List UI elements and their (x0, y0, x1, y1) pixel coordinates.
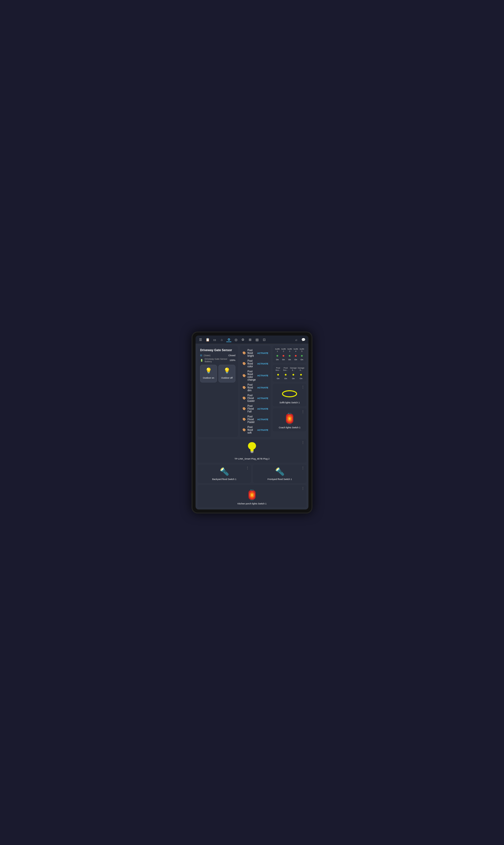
soffit-lights-switch-card[interactable]: ⋮ Soffit lights Switch 1 (273, 384, 306, 406)
scene-row-4: 🎨 Pool Flood Easter ACTIVATE (242, 393, 268, 403)
palette-icon-7: 🎨 (242, 428, 246, 432)
scene-name-3: Pool flood dim (248, 383, 256, 392)
activate-btn-2[interactable]: ACTIVATE (257, 374, 268, 377)
pool-item-label-2: Pool floo... (283, 367, 289, 371)
activate-btn-4[interactable]: ACTIVATE (257, 397, 268, 399)
battery-icon: 🔋 (200, 359, 203, 362)
soffit-status-card: Soffit 1 ● On Soffit 2 ● On Soffit 3 (273, 346, 306, 363)
palette-icon-5: 🎨 (242, 407, 246, 410)
soffit-label-1: Soffit 1 (275, 348, 280, 353)
soffit-ring-svg (282, 390, 297, 398)
palette-icon-2: 🎨 (242, 374, 246, 377)
coach-three-dot[interactable]: ⋮ (301, 410, 304, 413)
nav-icon-expand[interactable]: ⊡ (262, 337, 267, 342)
nav-icon-layers[interactable]: ▤ (254, 337, 259, 342)
outdoor-on-icon: 💡 (201, 367, 216, 374)
pool-status-4: On (298, 377, 304, 380)
scene-name-0: Pool flood bright (248, 349, 256, 357)
soffit-item-5: Soffit 5 ● On (299, 348, 304, 361)
soffit-item-4: Soffit 4 ● On (293, 348, 298, 361)
backyard-label: Backyard flood Switch 1 (200, 478, 249, 481)
activate-btn-0[interactable]: ACTIVATE (257, 352, 268, 355)
kitchen-three-dot[interactable]: ⋮ (301, 487, 304, 490)
scene-name-7: Pool flood soft (248, 426, 256, 434)
soffit-status-4: On (293, 358, 298, 361)
activate-btn-6[interactable]: ACTIVATE (257, 418, 268, 421)
nav-icon-grid[interactable]: ⊞ (248, 337, 252, 342)
nav-icon-menu[interactable]: ☰ (198, 337, 203, 342)
nav-icon-calendar[interactable]: 📋 (205, 337, 210, 342)
outdoor-off-icon: 💡 (220, 367, 234, 374)
nav-icon-search[interactable]: ⌕ (294, 337, 299, 342)
battery-label: Driveway Gate Sensor Battery (205, 358, 228, 363)
pool-item-label-3: Garage fl... (290, 367, 297, 371)
activate-btn-7[interactable]: ACTIVATE (257, 429, 268, 431)
soffit-label-2: Soffit 2 (281, 348, 286, 353)
nav-icon-leaf[interactable]: ✿ (226, 337, 231, 342)
kitchen-porch-card[interactable]: ⋮ 🏮 Kitchen porch lights Switch 1 (198, 485, 306, 507)
nav-icon-home[interactable]: ⌂ (219, 337, 224, 342)
soffit-three-dot[interactable]: ⋮ (301, 385, 304, 389)
screen: ☰ 📋 ⚏ ⌂ ✿ ◎ ⚙ ⊞ ▤ ⊡ ⌕ 💬 Driveway Gate Se… (196, 336, 308, 509)
outdoor-off-label: Outdoor off (221, 377, 233, 379)
nav-icon-gear[interactable]: ⚙ (240, 337, 246, 342)
soffit-bulb-2: ● (281, 354, 286, 358)
nav-bar: ☰ 📋 ⚏ ⌂ ✿ ◎ ⚙ ⊞ ▤ ⊡ ⌕ 💬 (196, 336, 308, 344)
pool-item-4: Garage fl... ● On (298, 367, 304, 380)
outdoor-off-button[interactable]: 💡 Outdoor off (218, 365, 235, 382)
soffit-status-5: On (299, 358, 304, 361)
activate-btn-3[interactable]: ACTIVATE (257, 386, 268, 389)
soffit-bulb-1: ● (275, 354, 280, 358)
scene-row-1: 🎨 Pool flood color ACTIVATE (242, 358, 268, 369)
battery-value: 100% (230, 359, 235, 361)
soffit-label-3: Soffit 3 (287, 348, 292, 353)
tp-link-three-dot[interactable]: ⋮ (301, 441, 304, 444)
backyard-three-dot[interactable]: ⋮ (246, 466, 249, 470)
coach-lights-label: Coach lights Switch 1 (275, 426, 304, 429)
pool-bulb-3: ● (290, 372, 297, 377)
activate-btn-1[interactable]: ACTIVATE (257, 362, 268, 365)
pool-item-3: Garage fl... ● On (290, 367, 297, 380)
pool-bulb-2: ● (283, 372, 289, 377)
scene-row-5: 🎨 Pool Flood Fall ACTIVATE (242, 403, 268, 414)
soffit-status-1: On (275, 358, 280, 361)
outdoor-on-label: Outdoor on (203, 377, 214, 379)
pool-item-label-1: Pool floo... (275, 367, 281, 371)
soffit-item-1: Soffit 1 ● On (275, 348, 280, 361)
top-row: Driveway Gate Sensor ⊟ (State) Closed 🔋 … (198, 346, 306, 437)
nav-icon-person[interactable]: ◎ (233, 337, 238, 342)
svg-point-0 (283, 391, 296, 397)
nav-icon-chat[interactable]: 💬 (301, 337, 306, 342)
soffit-label-5: Soffit 5 (299, 348, 304, 353)
activate-btn-5[interactable]: ACTIVATE (257, 408, 268, 410)
backyard-flood-card[interactable]: ⋮ 🔦 Backyard flood Switch 1 (198, 465, 251, 483)
tp-link-card[interactable]: ⋮ TP-LINK_Smart Plug_4E7B Plug 2 (198, 439, 306, 463)
flood-switch-row: ⋮ 🔦 Backyard flood Switch 1 ⋮ 🔦 Frontyar… (198, 465, 306, 483)
frontyard-icon: 🔦 (255, 467, 304, 476)
palette-icon-1: 🎨 (242, 362, 246, 365)
coach-lights-switch-card[interactable]: ⋮ 🏮 Coach lights Switch 1 (273, 408, 306, 431)
frontyard-flood-card[interactable]: ⋮ 🔦 Frontyard flood Switch 1 (253, 465, 306, 483)
scene-row-7: 🎨 Pool flood soft ACTIVATE (242, 425, 268, 435)
frontyard-label: Frontyard flood Switch 1 (255, 478, 304, 481)
coach-icon: 🏮 (275, 412, 304, 425)
pool-bulb-1: ● (275, 372, 281, 377)
pool-status-1: On (275, 377, 281, 380)
pool-item-2: Pool floo... ● On (283, 367, 289, 380)
frontyard-three-dot[interactable]: ⋮ (301, 466, 304, 470)
gate-sensor-title: Driveway Gate Sensor (200, 348, 235, 352)
soffit-bulb-5: ● (299, 354, 304, 358)
main-content: Driveway Gate Sensor ⊟ (State) Closed 🔋 … (196, 344, 308, 509)
palette-icon-3: 🎨 (242, 386, 246, 389)
soffit-lights-label: Soffit lights Switch 1 (275, 401, 304, 404)
pool-grid: Pool floo... ● On Pool floo... ● On Gara… (275, 367, 304, 380)
pool-status-3: On (290, 377, 297, 380)
state-value: Closed (228, 354, 235, 357)
scene-name-5: Pool Flood Fall (248, 404, 256, 413)
kitchen-label: Kitchen porch lights Switch 1 (200, 502, 304, 505)
outdoor-on-button[interactable]: 💡 Outdoor on (200, 365, 217, 382)
switches-col: ⋮ TP-LINK_Smart Plug_4E7B Plug 2 (198, 439, 306, 507)
soffit-grid: Soffit 1 ● On Soffit 2 ● On Soffit 3 (275, 348, 304, 361)
soffit-label-4: Soffit 4 (293, 348, 298, 353)
nav-icon-list[interactable]: ⚏ (212, 337, 217, 342)
